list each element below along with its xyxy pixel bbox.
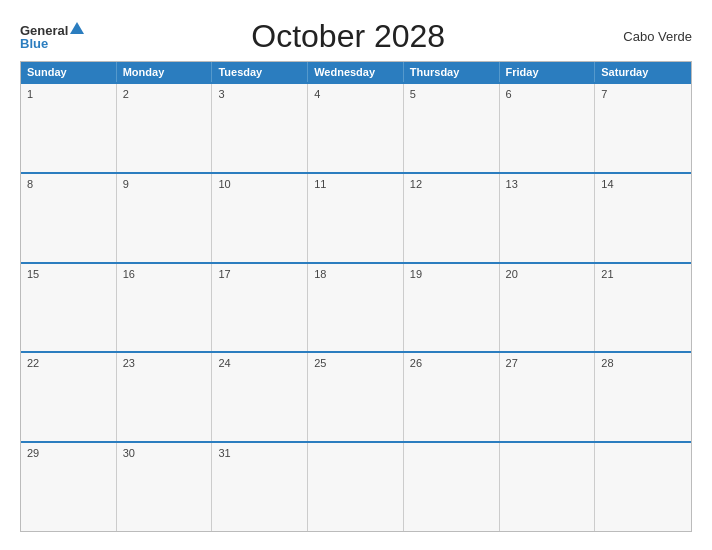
day-number: 7	[601, 88, 607, 100]
day-number: 1	[27, 88, 33, 100]
day-number: 28	[601, 357, 613, 369]
day-cell: 29	[21, 443, 117, 531]
day-number: 5	[410, 88, 416, 100]
logo-triangle-icon	[70, 22, 84, 34]
day-number: 17	[218, 268, 230, 280]
day-cell: 26	[404, 353, 500, 441]
day-cell: 5	[404, 84, 500, 172]
day-cell: 23	[117, 353, 213, 441]
day-cell: 20	[500, 264, 596, 352]
logo-general-text: General	[20, 24, 68, 37]
day-cell: 16	[117, 264, 213, 352]
logo: General Blue	[20, 24, 84, 50]
day-number: 9	[123, 178, 129, 190]
week-row-4: 22232425262728	[21, 351, 691, 441]
day-number: 30	[123, 447, 135, 459]
day-number: 20	[506, 268, 518, 280]
day-cell: 13	[500, 174, 596, 262]
day-cell: 17	[212, 264, 308, 352]
week-row-5: 293031	[21, 441, 691, 531]
day-cell: 8	[21, 174, 117, 262]
day-cell: 2	[117, 84, 213, 172]
day-number: 29	[27, 447, 39, 459]
day-cell: 31	[212, 443, 308, 531]
day-number: 4	[314, 88, 320, 100]
day-cell	[404, 443, 500, 531]
day-cell: 28	[595, 353, 691, 441]
day-number: 31	[218, 447, 230, 459]
day-cell: 12	[404, 174, 500, 262]
day-number: 14	[601, 178, 613, 190]
header-thursday: Thursday	[404, 62, 500, 82]
day-number: 18	[314, 268, 326, 280]
calendar-page: General Blue October 2028 Cabo Verde Sun…	[0, 0, 712, 550]
day-number: 2	[123, 88, 129, 100]
day-number: 3	[218, 88, 224, 100]
day-cell: 9	[117, 174, 213, 262]
weeks: 1234567891011121314151617181920212223242…	[21, 82, 691, 531]
day-cell: 10	[212, 174, 308, 262]
header-monday: Monday	[117, 62, 213, 82]
day-cell: 24	[212, 353, 308, 441]
day-cell	[500, 443, 596, 531]
day-number: 12	[410, 178, 422, 190]
header-saturday: Saturday	[595, 62, 691, 82]
day-number: 6	[506, 88, 512, 100]
day-number: 8	[27, 178, 33, 190]
day-cell: 21	[595, 264, 691, 352]
day-cell: 19	[404, 264, 500, 352]
day-number: 26	[410, 357, 422, 369]
day-number: 22	[27, 357, 39, 369]
day-cell: 6	[500, 84, 596, 172]
header: General Blue October 2028 Cabo Verde	[20, 18, 692, 55]
day-cell: 11	[308, 174, 404, 262]
day-cell: 1	[21, 84, 117, 172]
week-row-2: 891011121314	[21, 172, 691, 262]
week-row-1: 1234567	[21, 82, 691, 172]
week-row-3: 15161718192021	[21, 262, 691, 352]
header-wednesday: Wednesday	[308, 62, 404, 82]
day-cell: 18	[308, 264, 404, 352]
calendar: Sunday Monday Tuesday Wednesday Thursday…	[20, 61, 692, 532]
day-cell: 3	[212, 84, 308, 172]
logo-blue-text: Blue	[20, 37, 48, 50]
day-number: 15	[27, 268, 39, 280]
header-friday: Friday	[500, 62, 596, 82]
day-number: 21	[601, 268, 613, 280]
day-cell: 30	[117, 443, 213, 531]
day-cell: 7	[595, 84, 691, 172]
day-headers: Sunday Monday Tuesday Wednesday Thursday…	[21, 62, 691, 82]
day-cell: 22	[21, 353, 117, 441]
day-number: 19	[410, 268, 422, 280]
day-cell: 27	[500, 353, 596, 441]
day-number: 13	[506, 178, 518, 190]
day-number: 16	[123, 268, 135, 280]
day-cell	[308, 443, 404, 531]
day-cell: 14	[595, 174, 691, 262]
day-cell: 25	[308, 353, 404, 441]
day-number: 24	[218, 357, 230, 369]
day-number: 11	[314, 178, 326, 190]
day-number: 10	[218, 178, 230, 190]
day-cell	[595, 443, 691, 531]
day-cell: 15	[21, 264, 117, 352]
country-label: Cabo Verde	[612, 29, 692, 44]
month-title: October 2028	[84, 18, 612, 55]
header-tuesday: Tuesday	[212, 62, 308, 82]
day-number: 23	[123, 357, 135, 369]
header-sunday: Sunday	[21, 62, 117, 82]
day-cell: 4	[308, 84, 404, 172]
day-number: 27	[506, 357, 518, 369]
day-number: 25	[314, 357, 326, 369]
